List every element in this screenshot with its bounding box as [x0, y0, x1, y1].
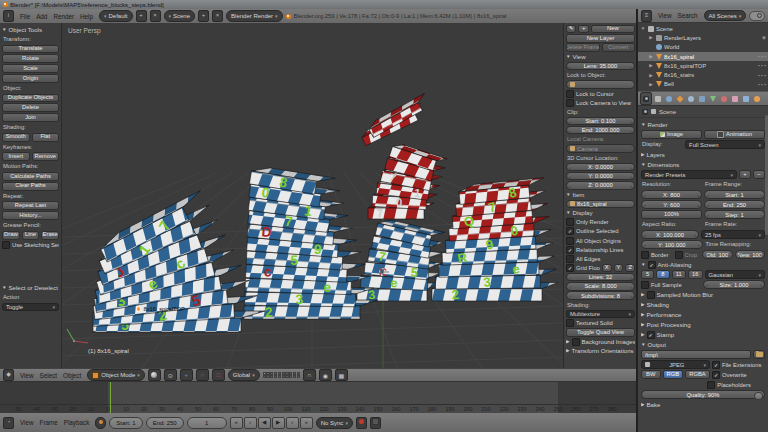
frame-start-field[interactable]: Start: 1 — [109, 417, 142, 429]
keying-set-button[interactable] — [370, 417, 381, 429]
viewport-menu-select[interactable]: Select — [37, 372, 61, 379]
render-presets-dropdown[interactable]: Render Presets▾ — [641, 170, 737, 179]
3d-viewport-canvas[interactable]: 70173e5723eR90Q7823ec59D71085253ecJ17 — [62, 23, 563, 368]
restrict-toggle-icon[interactable]: ◉ — [762, 35, 766, 40]
output-panel-header[interactable]: ▼Output — [641, 340, 765, 349]
render-opengl-button[interactable]: ◉ — [319, 369, 332, 381]
item-button[interactable]: − — [753, 170, 765, 179]
timeline-menu-view[interactable]: View — [17, 419, 37, 426]
all-object-origins-checkbox[interactable]: All Object Origins — [566, 236, 635, 244]
origin-button[interactable]: Origin — [2, 74, 59, 83]
increment-arrow-icon[interactable]: › — [697, 191, 699, 199]
increment-arrow-icon[interactable]: › — [760, 281, 762, 289]
bw-button[interactable]: BW — [641, 370, 661, 379]
restrict-toggle-icon[interactable]: ▪ — [761, 54, 763, 59]
lines-32-field[interactable]: ‹Lines: 32› — [566, 273, 635, 281]
restrict-toggle-icon[interactable]: ▪ — [761, 63, 763, 68]
transport-button-5[interactable]: » — [300, 417, 313, 429]
layer-toggle[interactable] — [263, 375, 266, 378]
expand-icon[interactable]: ▼ — [640, 26, 646, 31]
all-edges-checkbox[interactable]: All Edges — [566, 255, 635, 263]
x-100-000-field[interactable]: ‹X: 100.000› — [641, 230, 699, 239]
outliner-item-renderlayers[interactable]: ▶RenderLayers◉ — [638, 33, 768, 42]
item-button[interactable]: + — [739, 170, 751, 179]
layer-toggle[interactable] — [274, 375, 277, 378]
16-button[interactable]: 16 — [688, 270, 703, 279]
object-field[interactable] — [566, 80, 635, 88]
increment-arrow-icon[interactable]: › — [698, 241, 700, 249]
lock-camera-to-view-checkbox[interactable]: Lock Camera to View — [566, 99, 635, 107]
background-images-checkbox[interactable] — [572, 338, 580, 346]
translate-button[interactable]: Translate — [2, 45, 59, 54]
layer-toggle[interactable] — [297, 372, 300, 375]
sampled-motion-blur-checkbox[interactable] — [647, 291, 655, 299]
z-button[interactable]: Z — [625, 264, 635, 272]
increment-arrow-icon[interactable]: › — [630, 292, 632, 299]
transform-orientation-select[interactable]: Global ▾ — [228, 369, 260, 381]
menu-file[interactable]: File — [17, 13, 33, 20]
transport-button-3[interactable]: ▶ — [272, 417, 285, 429]
8x16-spiral-field[interactable]: 8x16_spiral — [566, 200, 635, 208]
timeline-editor[interactable]: -50-40-30-20-100102030405060708090100110… — [0, 382, 637, 413]
block-structure-spiral-top-float[interactable] — [360, 93, 431, 145]
decrement-arrow-icon[interactable]: ‹ — [707, 201, 709, 209]
layer-toggle[interactable] — [266, 372, 269, 375]
layer-toggle[interactable] — [297, 375, 300, 378]
jpeg-dropdown[interactable]: JPEG▾ — [641, 360, 710, 369]
layer-toggle[interactable] — [278, 372, 281, 375]
draw-button[interactable]: Draw — [2, 231, 20, 240]
placeholders-checkbox[interactable]: Placeholders — [707, 380, 765, 389]
manipulator-rotate-button[interactable]: ○ — [196, 369, 209, 381]
remove-button[interactable]: Remove — [32, 152, 60, 161]
transport-button-2[interactable]: ◀ — [258, 417, 271, 429]
decrement-arrow-icon[interactable]: ‹ — [569, 127, 571, 134]
subdivisions-8-field[interactable]: ‹Subdivisions: 8› — [566, 291, 635, 299]
y-600-field[interactable]: ‹Y: 600› — [641, 200, 702, 209]
layer-toggle[interactable] — [285, 372, 288, 375]
manipulator-scale-button[interactable]: □ — [212, 369, 225, 381]
increment-arrow-icon[interactable]: › — [630, 283, 632, 290]
decrement-arrow-icon[interactable]: ‹ — [705, 251, 707, 259]
restrict-toggle-icon[interactable]: ▪ — [764, 63, 766, 68]
x-800-field[interactable]: ‹X: 800› — [641, 190, 702, 199]
scale-8-000-field[interactable]: ‹Scale: 8.000› — [566, 282, 635, 290]
step-1-field[interactable]: ‹Step: 1› — [704, 210, 765, 219]
layer-toggle[interactable] — [266, 375, 269, 378]
viewport-menu-view[interactable]: View — [17, 372, 37, 379]
menu-help[interactable]: Help — [77, 13, 96, 20]
layer-toggle[interactable] — [289, 372, 292, 375]
use-preview-range-button[interactable] — [95, 417, 106, 429]
file-extensions-checkbox[interactable]: ✓File Extensions — [712, 360, 765, 369]
decrement-arrow-icon[interactable]: ‹ — [644, 201, 646, 209]
expand-icon[interactable]: ▶ — [648, 54, 654, 59]
transport-button-4[interactable]: › — [286, 417, 299, 429]
decrement-arrow-icon[interactable]: ‹ — [738, 251, 740, 259]
output-path-field[interactable]: /tmp\ — [641, 350, 751, 359]
timeline-playhead[interactable] — [110, 382, 111, 413]
render-engine-select[interactable]: Blender Render ▾ — [226, 10, 283, 22]
restrict-toggle-icon[interactable]: ▪ — [761, 82, 763, 87]
only-render-checkbox[interactable]: Only Render — [566, 218, 635, 226]
lens-35-000-field[interactable]: ‹Lens: 35.000› — [566, 62, 635, 70]
layer-toggle[interactable] — [270, 372, 273, 375]
outliner-menu-search[interactable]: Search — [675, 12, 701, 19]
view-panel-header[interactable]: ▼View — [566, 53, 635, 61]
smooth-button[interactable]: Smooth — [2, 133, 30, 142]
rgb-button[interactable]: RGB — [663, 370, 683, 379]
calculate-paths-button[interactable]: Calculate Paths — [2, 172, 59, 181]
end-250-field[interactable]: ‹End: 250› — [704, 200, 765, 209]
expand-icon[interactable]: ▶ — [648, 73, 654, 78]
add-scene-button[interactable]: + — [198, 10, 209, 22]
post-processing-panel-header[interactable]: ▶Post Processing — [641, 320, 765, 329]
full-screen-dropdown[interactable]: Full Screen▾ — [685, 140, 765, 149]
x-button[interactable]: X — [602, 264, 612, 272]
overwrite-checkbox[interactable]: ✓Overwrite — [712, 370, 765, 379]
expand-icon[interactable]: ▶ — [648, 82, 654, 87]
new-100-field[interactable]: ‹New: 100› — [735, 250, 766, 259]
add-layout-button[interactable]: + — [136, 10, 147, 22]
outliner-item-bell[interactable]: ▶Bell▪▪▪ — [638, 80, 768, 89]
outline-selected-checkbox[interactable]: ✓Outline Selected — [566, 227, 635, 235]
mode-select[interactable]: Object Mode ▾ — [87, 369, 145, 381]
scale-button[interactable]: Scale — [2, 64, 59, 73]
transport-button-1[interactable]: ‹ — [244, 417, 257, 429]
